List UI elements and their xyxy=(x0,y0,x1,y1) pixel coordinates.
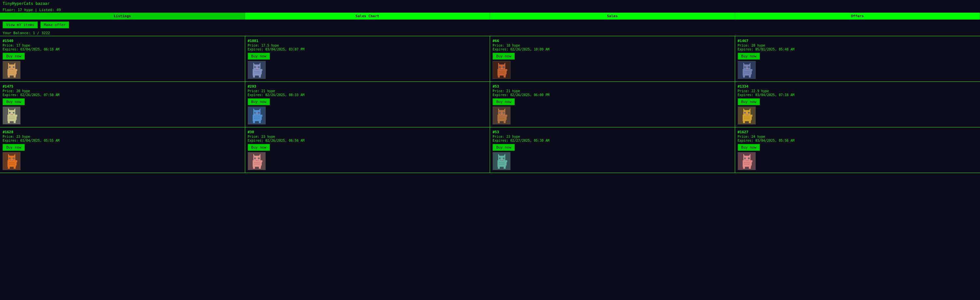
buy-now-button[interactable]: Buy now xyxy=(3,98,25,105)
svg-rect-33 xyxy=(258,69,258,69)
svg-rect-35 xyxy=(259,75,261,78)
svg-rect-175 xyxy=(14,166,16,169)
listing-id: #1467 xyxy=(738,39,978,43)
svg-rect-193 xyxy=(258,160,258,161)
svg-rect-117 xyxy=(261,115,262,116)
buy-now-button[interactable]: Buy now xyxy=(493,53,515,60)
svg-rect-237 xyxy=(751,160,752,162)
svg-rect-234 xyxy=(743,166,745,169)
listing-price: Price: 20 hype xyxy=(3,89,242,93)
tab-sales[interactable]: Sales xyxy=(490,13,735,19)
buy-now-button[interactable]: Buy now xyxy=(493,98,515,105)
listing-id: #53 xyxy=(493,85,732,89)
buy-now-button[interactable]: Buy now xyxy=(248,144,270,151)
buy-now-button[interactable]: Buy now xyxy=(248,53,270,60)
svg-rect-12 xyxy=(11,69,11,69)
svg-rect-133 xyxy=(503,115,503,115)
svg-rect-50 xyxy=(503,67,504,67)
svg-rect-119 xyxy=(254,118,260,119)
svg-rect-19 xyxy=(9,73,15,73)
buy-now-button[interactable]: Buy now xyxy=(248,98,270,105)
listing-card: #30 Price: 23 hype Expires: 02/26/2025, … xyxy=(245,128,490,173)
svg-rect-150 xyxy=(749,112,749,113)
svg-rect-59 xyxy=(499,73,505,73)
listing-card: #1467 Price: 20 hype Expires: 05/01/2025… xyxy=(735,36,980,82)
buy-now-button[interactable]: Buy now xyxy=(3,144,25,151)
svg-rect-151 xyxy=(746,114,748,115)
svg-rect-219 xyxy=(499,164,505,164)
listing-id: #1475 xyxy=(3,85,242,89)
svg-rect-52 xyxy=(501,69,501,69)
svg-rect-113 xyxy=(258,115,258,115)
svg-rect-49 xyxy=(500,67,500,67)
listing-expires: Expires: 02/26/2025, 06:00 PM xyxy=(493,93,732,97)
balance-text: Your Balance: 1 / 3222 xyxy=(3,31,50,35)
buy-now-button[interactable]: Buy now xyxy=(738,144,760,151)
svg-rect-139 xyxy=(499,118,505,119)
listing-card: #1628 Price: 23 hype Expires: 03/04/2025… xyxy=(0,128,245,173)
svg-rect-109 xyxy=(255,112,255,113)
buy-now-button[interactable]: Buy now xyxy=(3,53,25,60)
svg-rect-209 xyxy=(500,158,500,159)
svg-rect-15 xyxy=(14,75,16,78)
listing-card: #1540 Price: 17 hype Expires: 03/04/2025… xyxy=(0,36,245,82)
svg-rect-58 xyxy=(499,71,505,72)
listing-price: Price: 23 hype xyxy=(248,135,487,139)
svg-rect-192 xyxy=(256,160,256,161)
svg-rect-110 xyxy=(259,112,259,113)
listing-expires: Expires: 03/04/2025, 07:18 AM xyxy=(738,93,978,97)
tab-offers[interactable]: Offers xyxy=(735,13,980,19)
listing-id: #293 xyxy=(248,85,487,89)
svg-rect-210 xyxy=(503,158,504,159)
svg-rect-191 xyxy=(256,160,258,160)
svg-rect-215 xyxy=(504,166,506,169)
svg-rect-169 xyxy=(10,158,10,159)
view-my-items-button[interactable]: View mY items xyxy=(3,21,38,28)
listing-expires: Expires: 05/01/2025, 05:48 AM xyxy=(738,48,978,51)
floor-info-text: Floor: 17 hype | Listed: 49 xyxy=(3,8,61,12)
svg-rect-134 xyxy=(498,121,500,123)
svg-rect-89 xyxy=(10,112,10,113)
svg-rect-194 xyxy=(253,166,255,169)
svg-rect-135 xyxy=(504,121,506,123)
svg-rect-17 xyxy=(16,69,17,71)
buy-now-button[interactable]: Buy now xyxy=(493,144,515,151)
svg-rect-71 xyxy=(746,69,748,69)
listing-card: #1475 Price: 20 hype Expires: 02/26/2025… xyxy=(0,82,245,128)
listing-card: #1627 Price: 24 hype Expires: 03/04/2025… xyxy=(735,128,980,173)
listing-price: Price: 17.5 hype xyxy=(248,44,487,47)
svg-rect-178 xyxy=(9,162,15,163)
svg-rect-55 xyxy=(504,75,506,78)
make-offer-button[interactable]: Make offer xyxy=(40,21,69,28)
svg-rect-75 xyxy=(749,75,751,78)
listing-expires: Expires: 03/04/2025, 05:55 AM xyxy=(3,139,242,142)
svg-rect-138 xyxy=(499,116,505,117)
svg-rect-39 xyxy=(254,73,260,73)
svg-rect-38 xyxy=(254,71,260,72)
listing-card: #1881 Price: 17.5 hype Expires: 03/04/20… xyxy=(245,36,490,82)
listing-expires: Expires: 02/26/2025, 10:09 AM xyxy=(493,48,732,51)
listing-expires: Expires: 02/26/2025, 06:56 AM xyxy=(248,139,487,142)
listing-card: #1334 Price: 22.9 hype Expires: 03/04/20… xyxy=(735,82,980,128)
svg-rect-232 xyxy=(746,160,746,161)
listing-expires: Expires: 02/27/2025, 05:30 AM xyxy=(493,139,732,142)
svg-rect-152 xyxy=(746,115,746,115)
buy-now-button[interactable]: Buy now xyxy=(738,98,760,105)
svg-rect-195 xyxy=(259,166,261,169)
svg-rect-91 xyxy=(11,114,13,115)
svg-rect-115 xyxy=(259,121,261,123)
listing-card: #53 Price: 21 hype Expires: 02/26/2025, … xyxy=(490,82,735,128)
svg-rect-174 xyxy=(8,166,10,169)
svg-rect-114 xyxy=(253,121,255,123)
title-text: TinyHyperCats bazaar xyxy=(3,1,50,6)
listing-price: Price: 17 hype xyxy=(3,44,242,47)
svg-rect-53 xyxy=(503,69,503,69)
tab-sales-chart[interactable]: Sales Chart xyxy=(245,13,490,19)
tab-listings[interactable]: Listings xyxy=(0,13,245,19)
buy-now-button[interactable]: Buy now xyxy=(738,53,760,60)
svg-rect-57 xyxy=(506,69,507,71)
svg-rect-211 xyxy=(501,160,503,160)
svg-rect-10 xyxy=(13,67,14,67)
svg-rect-238 xyxy=(744,162,750,163)
svg-rect-14 xyxy=(8,75,10,78)
